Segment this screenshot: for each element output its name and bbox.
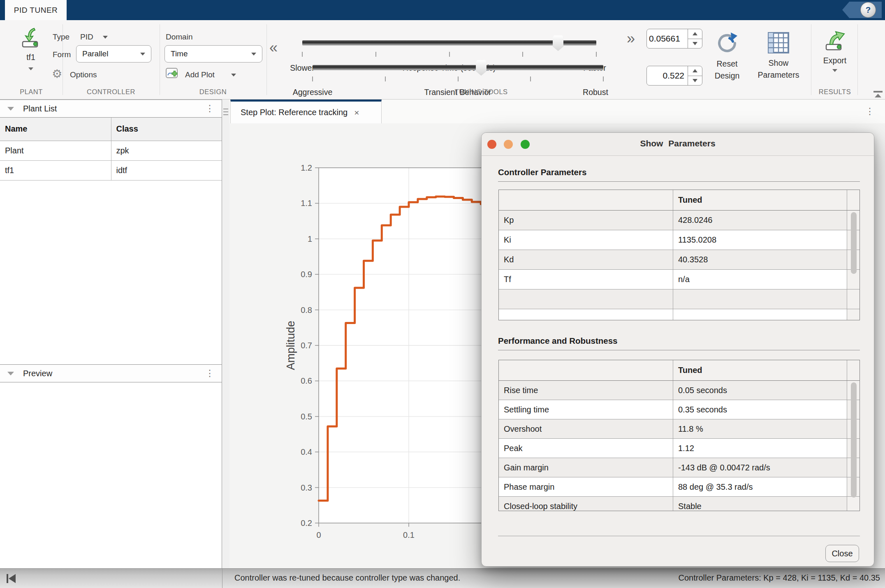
spinner-up-button[interactable] — [688, 66, 702, 76]
add-plot-button[interactable]: Add Plot — [185, 70, 215, 79]
scrollbar-gutter — [847, 289, 860, 309]
tuned-value-cell: 88 deg @ 35.3 rad/s — [673, 477, 847, 496]
svg-text:0.1: 0.1 — [403, 530, 415, 539]
panel-splitter[interactable] — [222, 100, 229, 568]
table-row[interactable]: Overshoot11.8 % — [499, 419, 860, 439]
transient-behavior-value[interactable]: 0.522 — [647, 66, 688, 85]
table-row[interactable]: Gain margin-143 dB @ 0.00472 rad/s — [499, 458, 860, 477]
status-bar: Controller was re-tuned because controll… — [0, 568, 885, 588]
tuned-value-cell: -143 dB @ 0.00472 rad/s — [673, 458, 847, 477]
spinner-down-button[interactable] — [688, 39, 702, 49]
close-button[interactable]: Close — [825, 545, 859, 562]
plant-col-name: Name — [0, 118, 111, 141]
table-row[interactable]: Settling time0.35 seconds — [499, 400, 860, 419]
table-row[interactable]: Closed-loop stabilityStable — [499, 497, 860, 511]
transient-robust-label: Robust — [583, 88, 608, 97]
response-time-spinner[interactable]: 0.05661 — [646, 29, 702, 49]
param-cell — [499, 289, 673, 309]
plant-row-class[interactable]: zpk — [111, 141, 222, 160]
type-dropdown-arrow[interactable] — [103, 36, 108, 39]
table-row[interactable]: Ki1135.0208 — [499, 230, 860, 250]
options-button[interactable]: Options — [70, 70, 97, 79]
svg-text:0.4: 0.4 — [301, 447, 312, 456]
collapse-sliders-chevron-icon[interactable]: « — [269, 42, 278, 54]
response-time-value[interactable]: 0.05661 — [647, 29, 688, 48]
transient-slider-track[interactable] — [313, 65, 603, 70]
svg-text:1.2: 1.2 — [301, 163, 312, 172]
spinner-up-button[interactable] — [688, 29, 702, 39]
transient-behavior-slider[interactable] — [313, 60, 603, 77]
plant-col-class: Class — [111, 118, 222, 141]
plant-row-name[interactable]: Plant — [0, 141, 111, 160]
status-divider — [222, 569, 222, 588]
table-row[interactable]: Phase margin88 deg @ 35.3 rad/s — [499, 477, 860, 497]
response-time-slider-track[interactable] — [302, 40, 596, 46]
plant-name-label: tf1 — [26, 51, 35, 63]
table-row[interactable]: Kp428.0246 — [499, 211, 860, 230]
spinner-down-button[interactable] — [688, 76, 702, 86]
svg-text:Amplitude: Amplitude — [285, 321, 297, 370]
table-row[interactable]: Peak1.12 — [499, 439, 860, 458]
table-row[interactable] — [499, 289, 860, 309]
expand-sliders-chevron-icon[interactable]: » — [627, 32, 635, 45]
response-time-slider[interactable] — [302, 35, 596, 53]
form-select[interactable]: Parallel — [76, 45, 151, 63]
table-row[interactable]: Kd40.3528 — [499, 250, 860, 270]
performance-robustness-table: Tuned Rise time0.05 secondsSettling time… — [498, 360, 860, 511]
table-row[interactable]: Plant zpk — [0, 141, 222, 160]
tuned-value-cell: 428.0246 — [673, 211, 847, 230]
minimize-ribbon-icon[interactable] — [873, 91, 883, 97]
plant-import-button[interactable]: tf1 — [8, 28, 53, 70]
tabbar-kebab-menu-icon[interactable]: ⋮ — [865, 106, 874, 117]
export-button[interactable]: Export — [819, 31, 850, 72]
section-divider — [811, 24, 811, 95]
transient-slider-thumb[interactable] — [476, 60, 487, 76]
tuning-tools-section-label: TUNING TOOLS — [454, 88, 507, 96]
svg-text:0.6: 0.6 — [301, 376, 312, 385]
results-section-label: RESULTS — [819, 88, 851, 96]
table-row[interactable]: Rise time0.05 seconds — [499, 381, 860, 400]
dialog-title: Show Parameters — [482, 139, 874, 148]
table-scrollbar-thumb[interactable] — [851, 212, 857, 274]
tuned-value-cell — [673, 309, 847, 320]
export-label: Export — [823, 55, 846, 67]
splitter-grip-icon[interactable] — [223, 109, 228, 117]
export-dropdown-arrow[interactable] — [832, 69, 837, 72]
reset-design-button[interactable]: Reset Design — [708, 32, 746, 82]
collapse-browser-icon[interactable] — [7, 574, 21, 583]
svg-text:0.2: 0.2 — [301, 519, 312, 528]
plant-row-class[interactable]: idtf — [111, 160, 222, 180]
import-plant-icon — [21, 28, 41, 49]
collapse-triangle-icon[interactable] — [7, 107, 14, 111]
show-parameters-button[interactable]: Show Parameters — [751, 32, 806, 81]
scrollbar-gutter — [847, 309, 860, 320]
collapse-triangle-icon[interactable] — [7, 372, 14, 375]
response-time-slider-thumb[interactable] — [553, 35, 563, 51]
kebab-menu-icon[interactable]: ⋮ — [205, 369, 214, 377]
heading-rule — [498, 181, 860, 182]
type-value[interactable]: PID — [80, 32, 93, 42]
table-scrollbar-thumb[interactable] — [851, 382, 857, 498]
kebab-menu-icon[interactable]: ⋮ — [205, 104, 214, 113]
add-plot-dropdown-arrow[interactable] — [231, 74, 236, 76]
help-button[interactable]: ? — [842, 2, 882, 18]
tuned-value-cell: 0.35 seconds — [673, 400, 847, 419]
table-row[interactable]: tf1 idtf — [0, 160, 222, 180]
tab-close-icon[interactable]: × — [354, 108, 359, 118]
svg-text:0.3: 0.3 — [301, 483, 312, 492]
domain-select[interactable]: Time — [164, 45, 262, 63]
tab-step-plot[interactable]: Step Plot: Reference tracking × — [230, 100, 382, 123]
form-select-value: Parallel — [82, 49, 108, 58]
pid-tuner-tab-label: PID TUNER — [14, 6, 58, 15]
plant-row-name[interactable]: tf1 — [0, 160, 111, 180]
table-row[interactable] — [499, 309, 860, 320]
plant-dropdown-arrow[interactable] — [28, 67, 33, 70]
param-cell: Peak — [499, 439, 673, 458]
controller-parameters-table: Tuned Kp428.0246Ki1135.0208Kd40.3528Tfn/… — [498, 190, 860, 320]
dialog-title-bar[interactable]: Show Parameters — [482, 133, 874, 156]
tab-pid-tuner[interactable]: PID TUNER — [5, 0, 67, 20]
table-row[interactable]: Tfn/a — [499, 270, 860, 289]
param-cell: Kd — [499, 250, 673, 269]
tuned-value-cell: 40.3528 — [673, 250, 847, 269]
transient-behavior-spinner[interactable]: 0.522 — [646, 66, 702, 86]
